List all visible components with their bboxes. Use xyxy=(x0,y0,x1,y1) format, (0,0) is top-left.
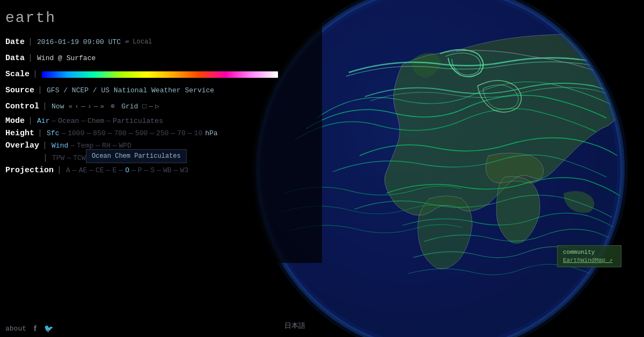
height-500[interactable]: 500 xyxy=(135,129,148,137)
height-70[interactable]: 70 xyxy=(177,129,186,137)
mode-dash1: — xyxy=(52,117,56,125)
community-title: community xyxy=(563,249,616,255)
data-row: Data | Wind @ Surface xyxy=(5,52,312,65)
overlay-separator: | xyxy=(42,141,47,150)
height-unit: hPa xyxy=(205,129,217,137)
height-250[interactable]: 250 xyxy=(156,129,169,137)
overlay-label: Overlay xyxy=(5,141,39,150)
proj-s[interactable]: S xyxy=(150,166,155,174)
japanese-button[interactable]: 日本語 xyxy=(284,321,639,331)
control-grid[interactable]: Grid xyxy=(121,101,138,113)
control-plus[interactable]: ⊕ xyxy=(111,101,115,113)
control-label: Control xyxy=(5,100,39,113)
height-10[interactable]: 10 xyxy=(194,129,203,137)
control-separator: | xyxy=(42,100,47,113)
control-back[interactable]: ‹ xyxy=(75,101,79,113)
control-minus2[interactable]: — xyxy=(94,101,98,113)
mode-separator: | xyxy=(28,116,33,126)
source-row: Source | GFS / NCEP / US National Weathe… xyxy=(5,84,312,97)
projection-label: Projection xyxy=(5,166,54,175)
mode-dash3: — xyxy=(106,117,111,125)
height-label: Height xyxy=(5,129,34,138)
height-1000[interactable]: 1000 xyxy=(68,129,84,137)
mode-row: Mode | Air — Ocean — Chem — Particulates xyxy=(5,116,312,126)
bottom-bar: about f 🐦 xyxy=(0,320,322,337)
overlay-tpw[interactable]: TPW xyxy=(52,154,64,162)
data-separator: | xyxy=(28,52,33,65)
control-forward[interactable]: › xyxy=(87,101,92,113)
data-value: Wind @ Surface xyxy=(37,53,96,64)
source-separator: | xyxy=(38,84,42,97)
mode-particulates[interactable]: Particulates xyxy=(113,117,163,125)
date-value: 2016-01-19 09:00 UTC xyxy=(37,37,121,48)
height-row: Height | Sfc — 1000 — 850 — 700 — 500 — … xyxy=(5,129,312,138)
proj-e[interactable]: E xyxy=(113,166,117,174)
projection-row: Projection | A — AE — CE — E — O — P — S… xyxy=(5,166,312,175)
date-row: Date | 2016-01-19 09:00 UTC ⇌ Local xyxy=(5,36,312,49)
height-separator: | xyxy=(38,129,42,138)
control-back-back[interactable]: « xyxy=(68,101,72,113)
overlay-wind[interactable]: Wind xyxy=(52,142,68,150)
overlay-wpd[interactable]: WPD xyxy=(119,142,131,150)
height-700[interactable]: 700 xyxy=(114,129,127,137)
scale-separator: | xyxy=(33,68,38,81)
control-row: Control | Now « ‹ — › — » ⊕ Grid □ — ▷ xyxy=(5,100,312,113)
source-label: Source xyxy=(5,84,34,97)
control-box[interactable]: □ xyxy=(142,101,147,113)
control-now[interactable]: Now xyxy=(52,101,64,113)
community-box: community EarthWindMap ↗ xyxy=(557,245,621,267)
overlay-tcw[interactable]: TCW xyxy=(73,154,85,162)
proj-w3[interactable]: W3 xyxy=(180,166,188,174)
proj-wb[interactable]: WB xyxy=(163,166,172,174)
mode-label: Mode xyxy=(5,116,25,126)
community-link[interactable]: EarthWindMap ↗ xyxy=(563,257,616,263)
data-label: Data xyxy=(5,52,25,65)
proj-ce[interactable]: CE xyxy=(96,166,104,174)
local-link[interactable]: ⇌ Local xyxy=(125,37,152,47)
proj-a[interactable]: A xyxy=(66,166,70,174)
proj-p[interactable]: P xyxy=(138,166,142,174)
mode-ocean[interactable]: Ocean xyxy=(58,117,79,125)
source-value: GFS / NCEP / US National Weather Service xyxy=(47,85,214,97)
proj-ae[interactable]: AE xyxy=(79,166,87,174)
projection-separator: | xyxy=(57,166,62,175)
height-850[interactable]: 850 xyxy=(93,129,105,137)
control-forward-forward[interactable]: » xyxy=(100,101,105,113)
tooltip-box: Ocean Chem Particulates xyxy=(86,149,187,163)
date-separator: | xyxy=(28,36,33,49)
about-link[interactable]: about xyxy=(5,325,26,333)
control-minus3: — xyxy=(149,101,153,113)
control-minus1[interactable]: — xyxy=(81,101,85,113)
proj-o[interactable]: O xyxy=(125,166,129,174)
mode-air[interactable]: Air xyxy=(37,117,49,125)
control-arrow[interactable]: ▷ xyxy=(155,101,159,113)
mode-chem[interactable]: Chem xyxy=(87,117,104,125)
overlay-rh[interactable]: RH xyxy=(102,142,111,150)
app-title: earth xyxy=(5,10,312,26)
scale-bar xyxy=(42,71,278,78)
facebook-icon[interactable]: f xyxy=(34,324,36,333)
date-label: Date xyxy=(5,36,25,49)
scale-row: Scale | xyxy=(5,68,312,81)
height-sfc[interactable]: Sfc xyxy=(47,129,59,137)
mode-dash2: — xyxy=(81,117,85,125)
twitter-icon[interactable]: 🐦 xyxy=(44,324,53,333)
scale-label: Scale xyxy=(5,68,30,81)
overlay-temp[interactable]: Temp xyxy=(77,142,93,150)
left-panel: earth Date | 2016-01-19 09:00 UTC ⇌ Loca… xyxy=(0,0,322,263)
